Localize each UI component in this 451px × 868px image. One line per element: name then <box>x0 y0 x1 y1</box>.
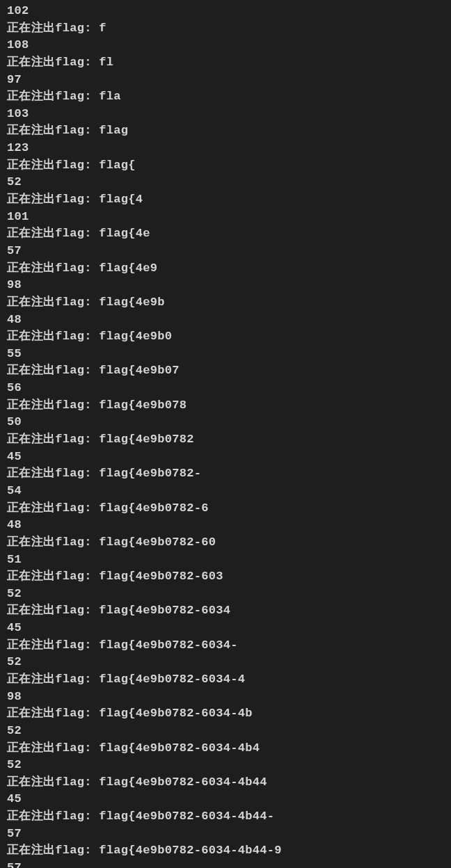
flag-label: 正在注出flag: <box>7 433 99 446</box>
flag-label: 正在注出flag: <box>7 467 99 480</box>
flag-label: 正在注出flag: <box>7 844 99 857</box>
flag-progress-line: 正在注出flag: flag{4e9b0782-60 <box>7 534 444 552</box>
flag-value: flag{4e9b0782-6034-4b4 <box>99 741 260 755</box>
flag-progress-line: 正在注出flag: flag{4e9 <box>7 260 444 278</box>
flag-value: flag{4e9b0782-6034-4 <box>99 673 245 686</box>
flag-value: flag{ <box>99 159 136 172</box>
flag-label: 正在注出flag: <box>7 364 99 377</box>
flag-value: fla <box>99 90 121 103</box>
flag-progress-line: 正在注出flag: fl <box>7 54 444 72</box>
char-code-line: 98 <box>7 689 444 706</box>
char-code-line: 108 <box>7 37 444 54</box>
flag-value: flag{4e9b0 <box>99 330 172 343</box>
flag-progress-line: 正在注出flag: flag{4e9b <box>7 294 444 312</box>
flag-progress-line: 正在注出flag: flag{4e9b0782-6034 <box>7 602 444 620</box>
char-code-line: 45 <box>7 620 444 637</box>
flag-label: 正在注出flag: <box>7 124 99 137</box>
flag-label: 正在注出flag: <box>7 604 99 617</box>
flag-value: flag{4e9b0782-6034-4b44- <box>99 810 274 823</box>
flag-label: 正在注出flag: <box>7 262 99 275</box>
flag-value: flag{4e9b0782-6034-4b44-9 <box>99 844 282 857</box>
flag-value: flag{4e9b0782- <box>99 467 201 480</box>
flag-label: 正在注出flag: <box>7 56 99 69</box>
char-code-line: 57 <box>7 243 444 260</box>
flag-label: 正在注出flag: <box>7 570 99 583</box>
flag-progress-line: 正在注出flag: flag{4e9b0782-6034- <box>7 637 444 654</box>
flag-progress-line: 正在注出flag: flag{4e9b07 <box>7 362 444 380</box>
char-code-line: 52 <box>7 757 444 774</box>
flag-progress-line: 正在注出flag: flag{4e9b0782-6034-4 <box>7 671 444 689</box>
char-code-line: 98 <box>7 277 444 294</box>
flag-progress-line: 正在注出flag: flag{4 <box>7 191 444 209</box>
char-code-line: 52 <box>7 586 444 603</box>
char-code-line: 54 <box>7 483 444 500</box>
char-code-line: 52 <box>7 654 444 671</box>
flag-label: 正在注出flag: <box>7 227 99 240</box>
flag-value: flag{4e9b078 <box>99 399 187 412</box>
char-code-line: 123 <box>7 140 444 157</box>
char-code-line: 48 <box>7 312 444 329</box>
flag-value: flag{4e9b0782-60 <box>99 536 216 549</box>
flag-label: 正在注出flag: <box>7 330 99 343</box>
char-code-line: 57 <box>7 860 444 868</box>
flag-value: flag{4 <box>99 193 143 206</box>
flag-label: 正在注出flag: <box>7 707 99 720</box>
flag-progress-line: 正在注出flag: flag{4e9b0782 <box>7 431 444 449</box>
flag-label: 正在注出flag: <box>7 159 99 172</box>
char-code-line: 56 <box>7 380 444 397</box>
flag-progress-line: 正在注出flag: flag{4e9b0 <box>7 328 444 346</box>
flag-label: 正在注出flag: <box>7 638 99 652</box>
flag-value: flag{4e9b0782-6034-4b <box>99 707 253 720</box>
char-code-line: 101 <box>7 209 444 226</box>
flag-label: 正在注出flag: <box>7 296 99 309</box>
flag-value: flag{4e9b0782-6034- <box>99 638 238 652</box>
char-code-line: 52 <box>7 174 444 191</box>
char-code-line: 48 <box>7 517 444 534</box>
char-code-line: 50 <box>7 414 444 431</box>
flag-progress-line: 正在注出flag: flag{4e9b0782-6034-4b4 <box>7 740 444 757</box>
flag-value: flag{4e9b0782-6034 <box>99 604 230 617</box>
flag-value: fl <box>99 56 113 69</box>
flag-value: flag{4e9b0782-603 <box>99 570 223 583</box>
flag-label: 正在注出flag: <box>7 673 99 686</box>
flag-progress-line: 正在注出flag: flag{4e <box>7 225 444 243</box>
flag-value: flag{4e9b07 <box>99 364 180 377</box>
flag-progress-line: 正在注出flag: flag{4e9b0782-603 <box>7 568 444 586</box>
flag-progress-line: 正在注出flag: flag{4e9b0782- <box>7 465 444 483</box>
flag-label: 正在注出flag: <box>7 741 99 755</box>
char-code-line: 57 <box>7 826 444 843</box>
flag-label: 正在注出flag: <box>7 90 99 103</box>
char-code-line: 103 <box>7 106 444 123</box>
flag-value: flag{4e9 <box>99 262 157 275</box>
flag-progress-line: 正在注出flag: flag{4e9b0782-6034-4b <box>7 705 444 723</box>
flag-value: flag{4e9b0782-6034-4b44 <box>99 775 267 789</box>
char-code-line: 97 <box>7 72 444 89</box>
flag-progress-line: 正在注出flag: flag{ <box>7 157 444 175</box>
flag-progress-line: 正在注出flag: f <box>7 20 444 38</box>
flag-progress-line: 正在注出flag: fla <box>7 88 444 106</box>
flag-label: 正在注出flag: <box>7 536 99 549</box>
flag-label: 正在注出flag: <box>7 193 99 206</box>
char-code-line: 52 <box>7 723 444 740</box>
char-code-line: 102 <box>7 3 444 20</box>
flag-label: 正在注出flag: <box>7 399 99 412</box>
flag-label: 正在注出flag: <box>7 810 99 823</box>
char-code-line: 51 <box>7 552 444 569</box>
flag-value: flag <box>99 124 128 137</box>
flag-label: 正在注出flag: <box>7 22 99 35</box>
flag-value: flag{4e9b <box>99 296 165 309</box>
flag-value: flag{4e9b0782-6 <box>99 501 209 515</box>
flag-progress-line: 正在注出flag: flag{4e9b0782-6034-4b44-9 <box>7 842 444 860</box>
terminal-output: 102正在注出flag: f108正在注出flag: fl97正在注出flag:… <box>7 3 444 868</box>
flag-value: flag{4e <box>99 227 150 240</box>
char-code-line: 45 <box>7 449 444 466</box>
flag-progress-line: 正在注出flag: flag{4e9b0782-6 <box>7 500 444 517</box>
flag-progress-line: 正在注出flag: flag{4e9b0782-6034-4b44 <box>7 774 444 791</box>
char-code-line: 55 <box>7 346 444 363</box>
flag-progress-line: 正在注出flag: flag <box>7 122 444 140</box>
flag-progress-line: 正在注出flag: flag{4e9b078 <box>7 397 444 415</box>
flag-value: flag{4e9b0782 <box>99 433 194 446</box>
char-code-line: 45 <box>7 791 444 808</box>
flag-progress-line: 正在注出flag: flag{4e9b0782-6034-4b44- <box>7 808 444 826</box>
flag-value: f <box>99 22 106 35</box>
